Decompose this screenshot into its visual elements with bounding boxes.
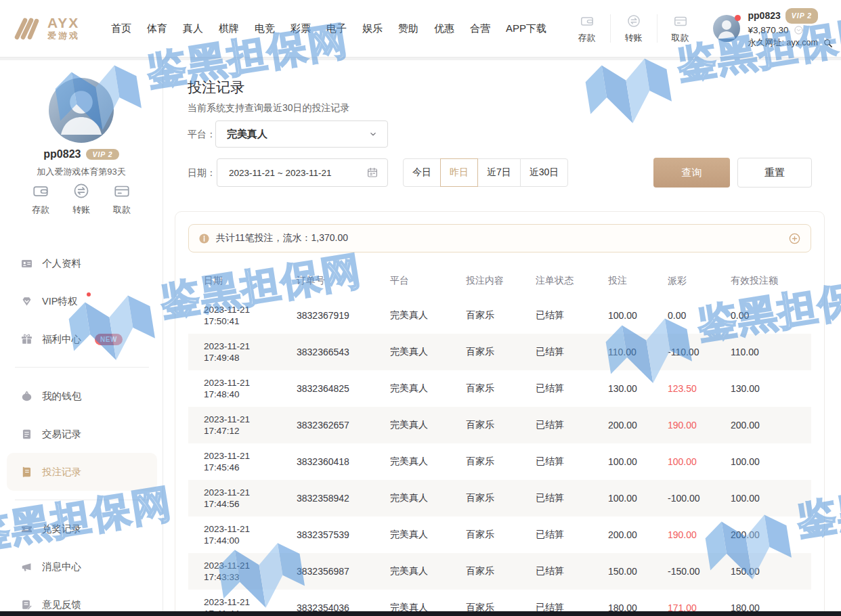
cell-date: 2023-11-2117:44:00 [204,523,297,546]
sidebar-item-profile[interactable]: 个人资料 [7,244,157,282]
notification-dot [735,15,741,21]
withdraw-label: 取款 [672,32,689,44]
col-header-order-no: 订单号 [297,275,390,287]
cell-platform: 完美真人 [390,382,466,395]
cell-payout: -110.00 [668,347,731,357]
sidebar-item-rewards[interactable]: 兑奖记录 [7,510,157,548]
filter-last7-button[interactable]: 近7日 [477,158,521,187]
cell-payout: -100.00 [668,493,731,504]
sidebar-item-messages[interactable]: 消息中心 [7,548,157,586]
sidebar-item-label: 福利中心 [42,333,81,346]
cell-bet-amount: 100.00 [608,456,668,467]
navbar-deposit-button[interactable]: 存款 [568,14,606,44]
cell-bet-content: 百家乐 [466,346,536,358]
cell-status: 已结算 [536,309,608,322]
sidebar-item-vip[interactable]: VIP特权 [7,282,157,320]
sidebar-withdraw-button[interactable]: 取款 [113,182,131,216]
cell-status: 已结算 [536,565,608,577]
sidebar-item-wallet[interactable]: 我的钱包 [7,377,157,415]
bet-date: 2023-11-21 [204,414,297,425]
logo-main-text: AYX [47,16,80,30]
bet-date: 2023-11-21 [204,596,297,608]
transfer-label: 转账 [72,204,90,216]
sidebar-item-label: 意见反馈 [42,598,81,611]
sidebar-item-label: 兑奖记录 [42,523,81,535]
transfer-icon [626,14,641,28]
username: pp0823 [748,9,781,22]
nav-item-home[interactable]: 首页 [111,22,131,35]
col-header-payout: 派彩 [668,275,731,287]
cell-bet-content: 百家乐 [466,456,536,468]
book-icon [20,466,33,479]
sidebar-item-label: 我的钱包 [42,390,81,403]
sidebar-item-bets[interactable]: 投注记录 [7,453,157,491]
filter-today-button[interactable]: 今日 [403,158,441,187]
bet-time: 17:50:41 [204,315,297,327]
summary-text: 共计11笔投注，流水：1,370.00 [216,232,348,244]
platform-selected-value: 完美真人 [227,128,267,141]
nav-item-esports[interactable]: 电竞 [255,22,275,35]
cell-order-no: 3832362657 [297,420,390,431]
sidebar-transfer-button[interactable]: 转账 [72,182,90,216]
user-info: pp0823 VIP 2 ¥3,870.30 永久网址: ayx.com [748,8,834,49]
cell-date: 2023-11-2117:44:56 [204,487,297,510]
calendar-icon [366,167,379,179]
bet-time: 17:44:56 [204,498,297,510]
transfer-label: 转账 [625,32,643,44]
nav-item-sports[interactable]: 体育 [147,22,167,35]
cell-valid-bet: 0.00 [731,310,811,321]
nav-item-entertainment[interactable]: 娱乐 [362,22,383,35]
filter-last30-button[interactable]: 近30日 [520,158,569,187]
plus-circle-icon[interactable] [788,232,801,245]
sidebar-item-welfare[interactable]: 福利中心NEW [7,320,157,358]
sidebar-deposit-button[interactable]: 存款 [32,182,49,216]
navbar-transfer-button[interactable]: 转账 [615,14,653,44]
sidebar: pp0823 VIP 2 加入爱游戏体育第93天 存款转账取款 个人资料VIP特… [0,60,163,611]
chevron-down-circle-icon[interactable] [794,25,804,35]
cell-order-no: 3832357539 [297,529,390,540]
top-navbar: AYX 爱游戏 首页体育真人棋牌电竞彩票电子娱乐赞助优惠合营APP下载 存款转账… [0,0,841,58]
nav-item-lottery[interactable]: 彩票 [290,22,311,35]
sidebar-item-transactions[interactable]: 交易记录 [7,415,157,453]
bet-time: 17:44:00 [204,535,297,546]
card-icon [113,182,131,200]
platform-select[interactable]: 完美真人 [215,120,388,148]
withdraw-label: 取款 [113,204,131,216]
cell-order-no: 3832356987 [297,566,390,577]
sidebar-item-label: VIP特权 [42,295,77,308]
nav-item-app-download[interactable]: APP下载 [506,22,546,35]
info-icon [198,233,210,244]
profile-avatar-image [49,78,114,143]
chevron-down-icon [368,129,378,139]
reset-button[interactable]: 重置 [737,158,812,188]
sidebar-item-feedback[interactable]: 意见反馈 [7,586,157,611]
cell-payout: 0.00 [668,310,731,321]
cell-date: 2023-11-2117:47:12 [204,414,297,437]
cell-platform: 完美真人 [390,492,466,504]
search-icon[interactable] [823,38,833,48]
nav-item-slots[interactable]: 电子 [326,22,347,35]
bet-date: 2023-11-21 [204,450,297,462]
cell-valid-bet: 150.00 [731,566,811,577]
site-logo[interactable]: AYX 爱游戏 [12,15,80,42]
cell-payout: 190.00 [668,529,731,540]
records-card: 共计11笔投注，流水：1,370.00 日期订单号平台投注内容注单状态投注派彩有… [175,211,825,616]
nav-item-live[interactable]: 真人 [183,22,203,35]
nav-item-chess[interactable]: 棋牌 [219,22,239,35]
nav-item-partner[interactable]: 合营 [470,22,490,35]
profile-avatar[interactable] [49,78,114,143]
summary-bar: 共计11笔投注，流水：1,370.00 [188,224,811,252]
bet-date: 2023-11-21 [204,377,297,389]
date-range-picker[interactable]: 2023-11-21 ~ 2023-11-21 [217,158,388,187]
nav-item-promo[interactable]: 优惠 [434,22,454,35]
navbar-withdraw-button[interactable]: 取款 [662,14,699,44]
sidebar-item-label: 投注记录 [42,466,81,479]
query-button[interactable]: 查询 [653,158,730,188]
filter-yesterday-button[interactable]: 昨日 [440,158,478,187]
user-avatar[interactable] [713,15,740,42]
page-subtitle: 当前系统支持查询最近30日的投注记录 [188,102,350,114]
separator [657,14,657,43]
cell-bet-amount: 200.00 [608,420,668,431]
nav-item-sponsor[interactable]: 赞助 [398,22,418,35]
table-row: 2023-11-2117:45:463832360418完美真人百家乐已结算10… [188,443,811,480]
